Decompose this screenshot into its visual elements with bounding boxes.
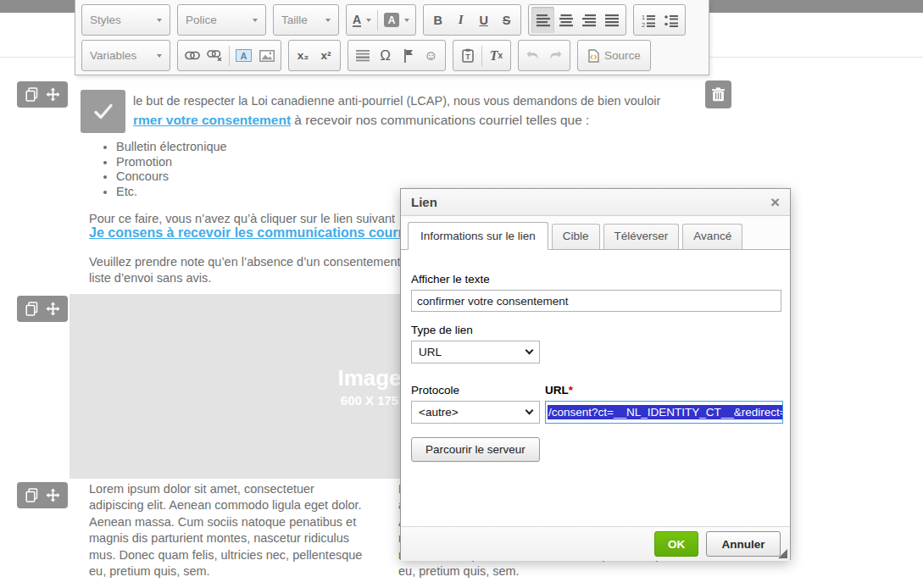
- consent-link[interactable]: rmer votre consentement: [133, 113, 291, 127]
- fontsize-dropdown-label: Taille: [281, 14, 308, 26]
- text-color-button[interactable]: A: [349, 7, 375, 33]
- tab-upload[interactable]: Téléverser: [603, 224, 680, 249]
- check-icon: [92, 103, 114, 120]
- url-input[interactable]: /consent?ct=__NL_IDENTITY_CT__&redirect=: [545, 401, 783, 424]
- block-handle-1[interactable]: [17, 81, 68, 108]
- remove-format-button[interactable]: Tx: [485, 42, 508, 69]
- chevron-down-icon: [525, 407, 534, 415]
- move-icon: [46, 302, 60, 316]
- strikethrough-button[interactable]: S: [495, 7, 518, 33]
- italic-button[interactable]: I: [449, 7, 472, 33]
- redo-button[interactable]: [544, 42, 567, 69]
- undo-button[interactable]: [521, 42, 544, 69]
- tab-advanced[interactable]: Avancé: [682, 224, 742, 249]
- block-handle-2[interactable]: [17, 296, 68, 322]
- underline-button[interactable]: U: [472, 7, 495, 33]
- paragraph-consent-line1: le but de respecter la Loi canadienne an…: [133, 93, 660, 109]
- superscript-button[interactable]: x²: [314, 42, 337, 69]
- remove-format-icon: T: [490, 48, 498, 64]
- numbered-list-icon: 12: [641, 14, 656, 27]
- subscript-icon: x₂: [297, 49, 309, 62]
- variables-dropdown[interactable]: Variables: [81, 40, 170, 71]
- align-center-button[interactable]: [554, 7, 577, 33]
- ok-button[interactable]: OK: [654, 531, 698, 557]
- display-text-label: Afficher le texte: [411, 273, 780, 286]
- remove-format-x: x: [498, 51, 503, 60]
- align-right-button[interactable]: [577, 7, 600, 33]
- chevron-down-icon: [525, 347, 534, 355]
- required-asterisk: *: [569, 384, 573, 397]
- redo-icon: [548, 50, 563, 61]
- bg-color-icon: A: [384, 13, 399, 27]
- resize-handle[interactable]: [778, 549, 787, 558]
- link-dialog: Lien × Informations sur le lien Cible Té…: [400, 188, 791, 560]
- dialog-title: Lien: [411, 195, 437, 209]
- close-icon[interactable]: ×: [770, 194, 780, 210]
- justify-button[interactable]: [600, 7, 623, 33]
- dialog-titlebar[interactable]: Lien ×: [401, 189, 790, 216]
- protocol-value: <autre>: [419, 406, 459, 419]
- bold-button[interactable]: B: [426, 7, 449, 33]
- link-type-select[interactable]: URL: [411, 341, 540, 363]
- divider: [229, 46, 230, 66]
- bullet-list-button[interactable]: [659, 7, 682, 33]
- protocol-column: Protocole <autre>: [411, 384, 540, 424]
- alignment-group: [528, 4, 626, 36]
- caret-down-icon: [404, 19, 409, 22]
- block-handle-3[interactable]: [17, 482, 68, 508]
- image-button[interactable]: [255, 42, 278, 69]
- tab-link-info[interactable]: Informations sur le lien: [408, 222, 548, 250]
- unlink-button[interactable]: [203, 42, 226, 69]
- smiley-icon: ☺: [424, 48, 437, 64]
- image-icon: [259, 50, 275, 62]
- clipboard-icon: T: [462, 48, 474, 63]
- cancel-button[interactable]: Annuler: [706, 531, 781, 557]
- styles-dropdown-label: Styles: [90, 14, 121, 26]
- underline-icon: U: [479, 14, 487, 27]
- link-button[interactable]: [181, 42, 203, 69]
- caret-down-icon: [253, 19, 258, 22]
- anchor-button[interactable]: A: [232, 42, 255, 69]
- special-char-button[interactable]: Ω: [374, 42, 397, 69]
- styles-dropdown[interactable]: Styles: [81, 4, 170, 36]
- source-icon: [587, 49, 599, 63]
- paragraph-consent-line2: rmer votre consentement à recevoir nos c…: [133, 112, 589, 128]
- list-group: 12: [633, 4, 686, 36]
- font-dropdown-label: Police: [186, 14, 217, 26]
- list-item: Etc.: [116, 185, 227, 200]
- align-left-button[interactable]: [531, 7, 554, 33]
- bg-color-button[interactable]: A: [381, 7, 413, 33]
- divider: [377, 10, 378, 31]
- page-break-button[interactable]: [397, 42, 420, 69]
- link-type-label: Type de lien: [411, 324, 780, 336]
- smiley-button[interactable]: ☺: [420, 42, 442, 69]
- tab-target[interactable]: Cible: [552, 224, 600, 249]
- strikethrough-icon: S: [503, 14, 511, 27]
- consent-big-link[interactable]: Je consens à recevoir les communications…: [89, 225, 419, 241]
- numbered-list-button[interactable]: 12: [637, 7, 659, 33]
- copy-icon: [25, 302, 38, 316]
- horizontal-rule-button[interactable]: [351, 42, 374, 69]
- protocol-select[interactable]: <autre>: [411, 401, 540, 424]
- source-button-label: Source: [604, 49, 641, 62]
- bold-icon: B: [433, 14, 442, 27]
- copy-icon: [25, 488, 38, 502]
- move-icon: [46, 488, 60, 502]
- list-item: Concours: [116, 169, 227, 185]
- subscript-button[interactable]: x₂: [292, 42, 314, 69]
- source-button[interactable]: Source: [581, 42, 648, 69]
- align-right-icon: [582, 14, 596, 27]
- dialog-tabs: Informations sur le lien Cible Téléverse…: [401, 216, 790, 250]
- paste-template-button[interactable]: T: [456, 42, 479, 69]
- bullet-list-icon: [664, 14, 679, 27]
- copy-icon: [25, 87, 38, 102]
- dialog-body: Afficher le texte confirmer votre consen…: [401, 250, 790, 526]
- display-text-input[interactable]: confirmer votre consentement: [411, 290, 781, 312]
- delete-block-button[interactable]: [705, 80, 731, 108]
- checkmark-block: [81, 90, 125, 133]
- paragraph-notice: Veuillez prendre note qu’en l’absence d’…: [89, 254, 401, 286]
- communication-types-list: Bulletin électronique Promotion Concours…: [103, 140, 227, 199]
- font-dropdown[interactable]: Police: [177, 4, 266, 36]
- fontsize-dropdown[interactable]: Taille: [273, 4, 339, 36]
- browse-server-button[interactable]: Parcourir le serveur: [411, 437, 540, 462]
